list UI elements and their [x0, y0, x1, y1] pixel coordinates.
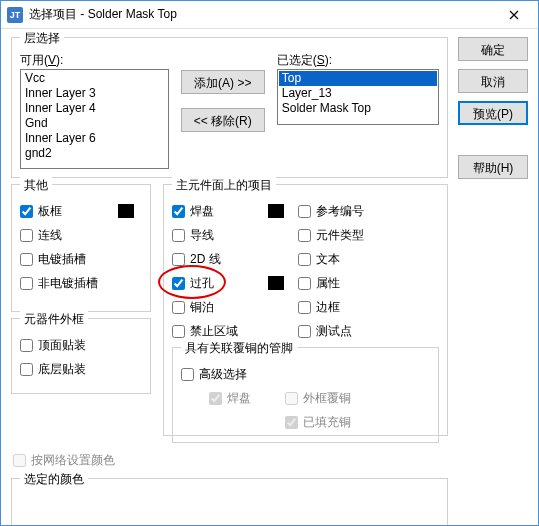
nonplated-slots-checkbox[interactable]: 非电镀插槽: [20, 271, 142, 295]
vias-checkbox[interactable]: 过孔: [172, 271, 292, 295]
preview-button[interactable]: 预览(P): [458, 101, 528, 125]
test-points-checkbox[interactable]: 测试点: [298, 319, 439, 343]
cancel-button[interactable]: 取消: [458, 69, 528, 93]
list-item[interactable]: Gnd: [22, 116, 167, 131]
component-outlines-title: 元器件外框: [20, 311, 88, 328]
top-items-group: 主元件面上的项目 焊盘 参考编号 导线 元件类型 2D 线 文本 过孔 属性 铜…: [163, 184, 448, 436]
selected-label: 已选定(S):: [277, 52, 439, 69]
list-item[interactable]: Inner Layer 3: [22, 86, 167, 101]
add-button[interactable]: 添加(A) >>: [181, 70, 265, 94]
list-item[interactable]: Top: [279, 71, 437, 86]
pads-checkbox[interactable]: 焊盘: [172, 199, 292, 223]
component-outlines-group: 元器件外框 顶面贴装 底层贴装: [11, 318, 151, 394]
plated-slots-checkbox[interactable]: 电镀插槽: [20, 247, 142, 271]
traces-checkbox[interactable]: 导线: [172, 223, 292, 247]
outline-checkbox[interactable]: 边框: [298, 295, 439, 319]
window-title: 选择项目 - Solder Mask Top: [29, 6, 494, 23]
lines2d-checkbox[interactable]: 2D 线: [172, 247, 292, 271]
selected-color-title: 选定的颜色: [20, 471, 88, 488]
layer-select-group: 层选择 可用(V): Vcc Inner Layer 3 Inner Layer…: [11, 37, 448, 178]
assoc-copper-title: 具有关联覆铜的管脚: [181, 340, 297, 357]
board-outline-checkbox[interactable]: 板框: [20, 199, 142, 223]
list-item[interactable]: gnd2: [22, 146, 167, 161]
attributes-checkbox[interactable]: 属性: [298, 271, 439, 295]
filled-copper-checkbox: 已填充铜: [285, 410, 355, 434]
available-listbox[interactable]: Vcc Inner Layer 3 Inner Layer 4 Gnd Inne…: [20, 69, 169, 169]
list-item[interactable]: Solder Mask Top: [279, 101, 437, 116]
list-item[interactable]: Layer_13: [279, 86, 437, 101]
list-item[interactable]: Inner Layer 4: [22, 101, 167, 116]
selected-color-group: 选定的颜色: [11, 478, 448, 526]
refdes-checkbox[interactable]: 参考编号: [298, 199, 439, 223]
list-item[interactable]: Vcc: [22, 71, 167, 86]
help-button[interactable]: 帮助(H): [458, 155, 528, 179]
remove-button[interactable]: << 移除(R): [181, 108, 265, 132]
close-icon: [509, 10, 519, 20]
advanced-checkbox[interactable]: 高级选择: [181, 362, 430, 386]
assoc-copper-group: 具有关联覆铜的管脚 高级选择 焊盘 外框覆铜 已填充铜: [172, 347, 439, 443]
copper-checkbox[interactable]: 铜泊: [172, 295, 292, 319]
text-checkbox[interactable]: 文本: [298, 247, 439, 271]
available-label: 可用(V):: [20, 52, 169, 69]
other-title: 其他: [20, 177, 52, 194]
top-items-title: 主元件面上的项目: [172, 177, 276, 194]
close-button[interactable]: [494, 2, 534, 28]
selected-listbox[interactable]: Top Layer_13 Solder Mask Top: [277, 69, 439, 125]
layer-select-title: 层选择: [20, 30, 64, 47]
assoc-pads-checkbox: 焊盘: [209, 386, 279, 410]
other-group: 其他 板框 连线 电镀插槽 非电镀插槽: [11, 184, 151, 312]
part-type-checkbox[interactable]: 元件类型: [298, 223, 439, 247]
color-swatch[interactable]: [118, 204, 134, 218]
by-net-color-checkbox: 按网络设置颜色: [11, 448, 448, 472]
outline-copper-checkbox: 外框覆铜: [285, 386, 355, 410]
color-swatch[interactable]: [268, 276, 284, 290]
color-swatch[interactable]: [268, 204, 284, 218]
app-logo: JT: [7, 7, 23, 23]
top-mount-checkbox[interactable]: 顶面贴装: [20, 333, 142, 357]
connections-checkbox[interactable]: 连线: [20, 223, 142, 247]
ok-button[interactable]: 确定: [458, 37, 528, 61]
list-item[interactable]: Inner Layer 6: [22, 131, 167, 146]
bottom-mount-checkbox[interactable]: 底层贴装: [20, 357, 142, 381]
